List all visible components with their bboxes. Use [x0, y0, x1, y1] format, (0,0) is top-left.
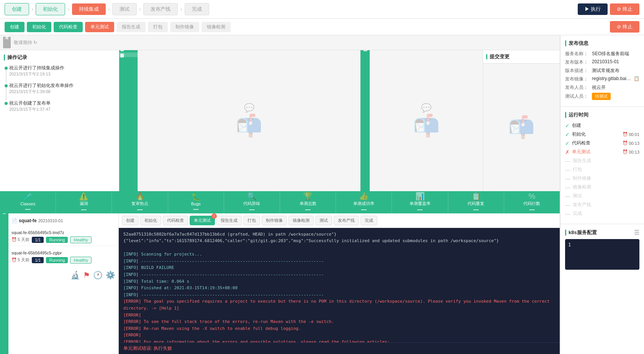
stat-classes-val: —: [25, 206, 31, 212]
publish-key-1: 发布版本：: [565, 59, 592, 66]
runtime-label-3: 单元测试: [572, 149, 620, 155]
copy-icon[interactable]: 📋: [634, 76, 639, 82]
publish-key-4: 发布人员：: [565, 84, 592, 91]
stat-duplication[interactable]: 📋 代码重复 —: [448, 191, 504, 213]
log-text: 祝云开创建了发布单: [9, 100, 115, 107]
pipeline-step-init[interactable]: 初始化: [36, 3, 65, 15]
line: [6, 87, 7, 100]
chat-bubble-icon-2: 💬: [421, 103, 431, 113]
runtime-item-10: — 完成: [565, 210, 639, 217]
chart-icon: 📊: [415, 192, 425, 201]
pipeline-step-test[interactable]: 测试: [112, 3, 137, 15]
envelope-icon-1: 📬: [236, 113, 262, 138]
ptab-create[interactable]: 创建: [122, 216, 139, 225]
service-item-1-time-badge: ⏰ 5 天前: [11, 237, 29, 243]
stat-total-tests[interactable]: 🏆 单测总数 —: [280, 191, 336, 213]
chat-bubble-icon: 💬: [244, 103, 254, 113]
check-icon-0: ✓: [565, 123, 570, 129]
log-line: [INFO] Total time: 0.064 s: [123, 278, 555, 285]
stat-vuln-val: —: [81, 206, 87, 213]
publish-row-4: 发布人员： 祝云开: [565, 84, 639, 91]
pipeline-step-done[interactable]: 完成: [185, 3, 209, 15]
log-line: {"level":"info","ts":1615789174.6812406,…: [123, 238, 555, 244]
runtime-item-3: ✗ 单元测试 ⏰ 00:13: [565, 149, 639, 155]
sub-step-unittest[interactable]: 单元测试: [85, 22, 114, 32]
pipeline-step-release[interactable]: 发布产线: [143, 3, 178, 15]
ptab-codereview[interactable]: 代码检查: [163, 216, 188, 225]
log-console[interactable]: 52aa0751310c5802bf6a7a7ac047d137bb13b6cd…: [119, 228, 560, 343]
publish-val-1: 20210315-01: [592, 59, 619, 66]
arrow-3: ›: [108, 6, 110, 13]
sub-step-image[interactable]: 制作镜像: [170, 22, 199, 32]
publish-key-2: 版本描述：: [565, 67, 592, 74]
log-line: [INFO] Finished at: 2021-03-15T14:19:35+…: [123, 285, 555, 292]
sub-step-init[interactable]: 初始化: [27, 22, 51, 32]
execute-button[interactable]: ▶ 执行: [578, 3, 608, 15]
ptab-release[interactable]: 发布产线: [334, 216, 359, 225]
sub-step-imgcheck[interactable]: 镜像检测: [202, 22, 231, 32]
runtime-section: 运行时间 ✓ 创建 ✓ 初始化 ⏰ 00:01 ✓ 代码检查: [560, 107, 644, 224]
ptab-init[interactable]: 初始化: [140, 216, 161, 225]
runtime-bar: [565, 112, 566, 118]
service-item-1-health: Healthy: [70, 236, 91, 243]
file-icon: 📄: [11, 218, 17, 223]
stat-coverage-label: 单测覆盖率: [410, 201, 431, 206]
stat-bugs[interactable]: 🐛 Bugs —: [168, 191, 224, 213]
pending-icon-4: —: [565, 158, 570, 164]
bug-icon-2: 🐛: [191, 192, 201, 202]
test-tube-icon: 🧪: [23, 192, 33, 202]
service-item-1: squat-fe-65b56495c5-tmd7z ⏰ 5 天前 1/1 Run…: [11, 228, 115, 246]
runtime-label-1: 初始化: [572, 131, 620, 138]
check-icon-1: ✓: [565, 131, 570, 138]
service-error-btn[interactable]: 服务报错: [119, 59, 138, 63]
icon-clock[interactable]: 🕐: [93, 270, 103, 280]
parent-service-version: 20210310-01: [38, 218, 63, 223]
parent-service-name: squat-fe: [19, 218, 37, 223]
pipeline-step-create[interactable]: 创建: [5, 3, 29, 15]
runtime-item-7: — 镜像检测: [565, 184, 639, 190]
sub-step-codereview[interactable]: 代码检查: [54, 22, 83, 32]
stat-smell[interactable]: 🔍 代码异味 —: [224, 191, 280, 213]
icon-settings[interactable]: ⚙️: [106, 270, 115, 280]
log-line: [123, 244, 555, 251]
pipeline-step-ci[interactable]: 持续集成: [72, 3, 106, 15]
ptab-test[interactable]: 测试: [315, 216, 332, 225]
k8s-config-content: 1: [565, 239, 639, 270]
service-item-2-name: squat-fe-65b56495c5-zglpr: [11, 251, 115, 255]
stat-coverage[interactable]: 📊 单测覆盖率 —: [392, 191, 448, 213]
ptab-report[interactable]: 报告生成: [216, 216, 242, 225]
ptab-makeimage[interactable]: 制作镜像: [262, 216, 287, 225]
runtime-item-0: ✓ 创建: [565, 122, 639, 129]
runtime-label-6: 制作镜像: [573, 175, 639, 182]
icon-k8s[interactable]: ⚑: [83, 270, 90, 280]
envelope-icon-2: 📬: [413, 113, 440, 138]
stat-hotspot[interactable]: 🔥 复审热点 —: [112, 191, 168, 213]
stat-classes[interactable]: 🧪 Classes —: [0, 191, 56, 213]
sub-step-create[interactable]: 创建: [5, 22, 25, 32]
pending-icon-5: —: [565, 167, 570, 173]
ptab-unittest[interactable]: 单元测试 !: [190, 216, 215, 225]
sub-step-package[interactable]: 打包: [148, 22, 168, 32]
sub-stop-button[interactable]: ⊘ 终止: [610, 21, 639, 33]
flow-monitor-btn[interactable]: 流量监控: [119, 52, 138, 57]
runtime-time-1: ⏰ 00:01: [623, 132, 639, 137]
stat-vuln[interactable]: ⚠️ 漏洞 —: [56, 191, 112, 213]
icon-microscope[interactable]: 🔬: [70, 270, 80, 280]
test-report-side-label: 测试报告: [361, 50, 370, 191]
publish-val-3: registry.gitlab.baixing.cn/crm/squat-fe:…: [592, 76, 633, 82]
ptab-package[interactable]: 打包: [243, 216, 260, 225]
stat-success-rate[interactable]: 👍 单测成功率 —: [336, 191, 392, 213]
log-line: [INFO] Scanning for projects...: [123, 251, 555, 258]
publish-val-0: SEO排名服务前端: [592, 51, 629, 57]
sub-step-report[interactable]: 报告生成: [116, 22, 146, 32]
stop-button[interactable]: ⊘ 终止: [610, 3, 639, 15]
k8s-menu-icon[interactable]: ☰: [634, 229, 639, 236]
stat-lines[interactable]: % 代码行数 —: [504, 191, 560, 213]
dot: [5, 102, 8, 105]
ptab-imgcheck[interactable]: 镜像检测: [288, 216, 314, 225]
k8s-bar: [565, 229, 566, 236]
bottom-row: 服务状态 📄 squat-fe 20210310-01 squat-fe-65b…: [0, 213, 560, 354]
service-item-2-status: Running: [46, 257, 68, 263]
ptab-done[interactable]: 完成: [361, 216, 377, 225]
percent-icon: %: [529, 192, 536, 201]
